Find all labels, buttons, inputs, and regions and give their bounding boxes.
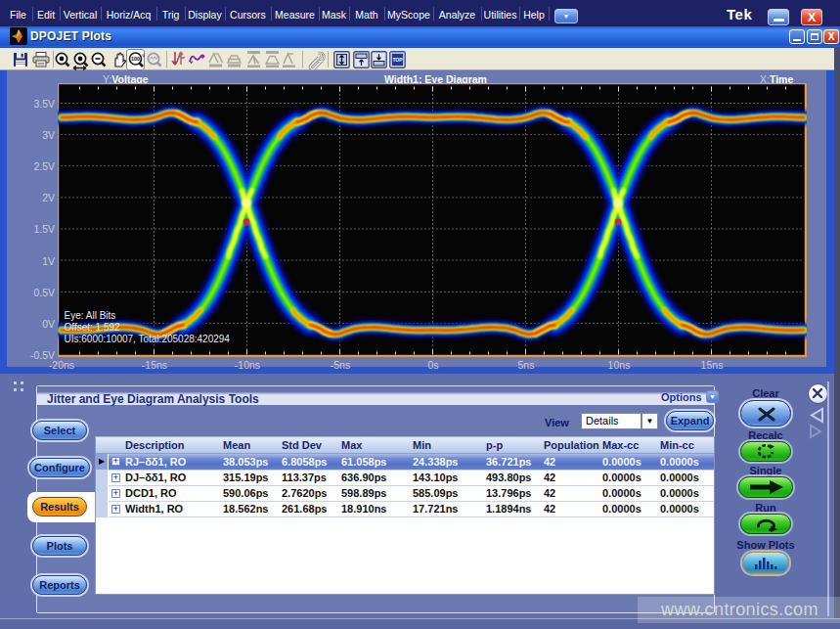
svg-text:UIs:6000:10007, Total:205028:4: UIs:6000:10007, Total:205028:420294: [65, 334, 231, 344]
svg-text:%: %: [142, 54, 145, 59]
svg-text:Eye: All Bits: Eye: All Bits: [65, 310, 116, 321]
svg-text:Offset: 1.592: Offset: 1.592: [65, 322, 121, 333]
svg-text:100: 100: [131, 56, 140, 62]
svg-text:TOP: TOP: [392, 57, 403, 63]
